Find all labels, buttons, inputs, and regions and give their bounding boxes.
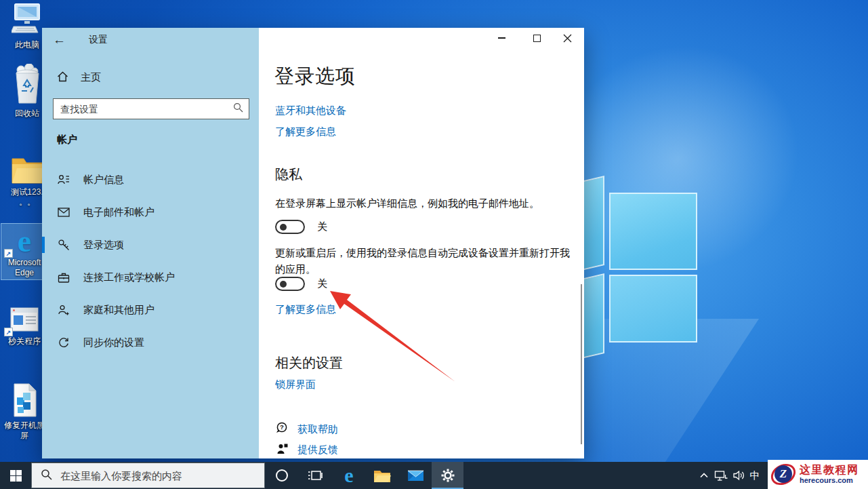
edge-icon: e xyxy=(18,225,31,258)
toggle-knob xyxy=(280,281,287,288)
watermark-logo-icon: Z xyxy=(770,462,798,488)
desktop-icon-fix-boot-black-screen[interactable]: 修复开机黑屏 xyxy=(1,374,47,441)
feedback-row[interactable]: 提供反馈 xyxy=(276,443,338,457)
sidebar-item-account-info[interactable]: 帐户信息 xyxy=(42,165,259,195)
home-icon xyxy=(57,71,68,84)
back-button[interactable]: ← xyxy=(53,33,66,47)
get-help-link[interactable]: 获取帮助 xyxy=(297,423,338,436)
edge-icon: e xyxy=(344,465,353,486)
close-icon xyxy=(563,34,572,43)
help-bubble-icon: ? xyxy=(275,422,288,437)
desktop-icon-microsoft-edge[interactable]: e ↗ Microsoft Edge xyxy=(1,224,47,279)
app-window-icon xyxy=(9,307,39,336)
chevron-up-icon xyxy=(699,472,709,479)
settings-content: 登录选项 蓝牙和其他设备 了解更多信息 隐私 在登录屏幕上显示帐户详细信息，例如… xyxy=(259,28,584,458)
scrollbar-thumb[interactable] xyxy=(581,284,582,444)
network-icon xyxy=(714,470,728,482)
taskbar-settings-button-active[interactable] xyxy=(432,462,463,489)
tray-network[interactable] xyxy=(711,462,730,489)
privacy-setting1-text: 在登录屏幕上显示帐户详细信息，例如我的电子邮件地址。 xyxy=(275,195,577,212)
feedback-link[interactable]: 提供反馈 xyxy=(297,444,338,456)
watermark-site-name: 这里教程网 xyxy=(800,464,859,476)
auto-finish-setup-toggle[interactable] xyxy=(275,277,305,291)
get-help-row[interactable]: ? 获取帮助 xyxy=(275,422,338,437)
folder-icon xyxy=(10,155,44,187)
privacy-heading: 隐私 xyxy=(275,165,302,184)
sidebar-home-label: 主页 xyxy=(81,71,101,84)
mail-icon xyxy=(407,469,424,482)
cortana-icon xyxy=(276,469,288,482)
sidebar-section-heading: 帐户 xyxy=(57,134,77,146)
sidebar-item-sync-settings[interactable]: 同步你的设置 xyxy=(42,328,259,357)
person-add-icon xyxy=(57,304,70,316)
maximize-icon xyxy=(533,35,541,42)
learn-more-link-top[interactable]: 了解更多信息 xyxy=(275,125,336,138)
settings-sidebar: ← 设置 主页 帐户 帐户信 xyxy=(42,28,259,458)
sidebar-item-label: 同步你的设置 xyxy=(83,336,144,349)
desktop-icon-label: 秒关程序 xyxy=(1,336,47,347)
windows-logo-pane-bottom-right xyxy=(609,275,697,343)
minimize-button[interactable] xyxy=(487,28,517,48)
windows-start-icon xyxy=(10,470,22,482)
desktop-icon-label-line2: Edge xyxy=(1,268,47,278)
sidebar-item-label: 帐户信息 xyxy=(83,174,124,187)
sidebar-item-home[interactable]: 主页 xyxy=(57,66,101,89)
sidebar-item-email-accounts[interactable]: 电子邮件和帐户 xyxy=(42,197,259,227)
sidebar-item-label: 连接工作或学校帐户 xyxy=(83,271,175,284)
taskbar-search-input[interactable] xyxy=(60,470,264,482)
toggle-knob xyxy=(280,224,287,231)
privacy-setting2-text: 更新或重启后，使用我的登录信息自动完成设备设置并重新打开我的应用。 xyxy=(275,245,571,277)
svg-text:?: ? xyxy=(280,423,284,431)
desktop-icon-label: Microsoft xyxy=(1,258,47,268)
watermark-site-url: herecours.com xyxy=(800,476,859,485)
show-account-details-toggle[interactable] xyxy=(275,220,305,234)
this-pc-icon xyxy=(12,2,43,40)
taskbar: e 中 xyxy=(0,462,868,489)
search-icon xyxy=(233,102,243,115)
windows-logo-pane-top-right xyxy=(609,193,697,270)
start-button[interactable] xyxy=(0,462,31,489)
watermark: Z 这里教程网 herecours.com xyxy=(768,460,868,489)
sidebar-item-family-other-users[interactable]: 家庭和其他用户 xyxy=(42,295,259,325)
lock-screen-link[interactable]: 锁屏界面 xyxy=(275,378,316,391)
sidebar-item-label: 家庭和其他用户 xyxy=(83,304,154,317)
toggle-state-label: 关 xyxy=(317,220,327,233)
cortana-button[interactable] xyxy=(270,462,294,489)
sidebar-item-signin-options[interactable]: 登录选项 xyxy=(42,230,259,260)
shortcut-arrow-icon: ↗ xyxy=(4,249,13,258)
minimize-icon xyxy=(498,37,505,39)
gear-icon xyxy=(440,468,455,483)
tray-ime-indicator[interactable]: 中 xyxy=(746,462,764,489)
sidebar-item-label: 电子邮件和帐户 xyxy=(83,206,154,219)
settings-search-box[interactable] xyxy=(53,98,249,119)
close-button[interactable] xyxy=(552,28,583,48)
screen: 此电脑 回收站 测试123. 。。 xyxy=(0,0,868,489)
page-title: 登录选项 xyxy=(274,63,356,90)
settings-search-input[interactable] xyxy=(60,104,233,115)
sidebar-item-label: 登录选项 xyxy=(83,239,124,252)
related-settings-heading: 相关的设置 xyxy=(275,354,343,372)
window-title: 设置 xyxy=(89,34,108,46)
file-explorer-button[interactable] xyxy=(367,462,398,489)
taskbar-edge-button[interactable]: e xyxy=(333,462,365,489)
key-icon xyxy=(57,239,70,251)
task-view-button[interactable] xyxy=(299,462,331,489)
search-icon xyxy=(41,469,52,483)
tray-volume[interactable] xyxy=(730,462,747,489)
watermark-z-icon: Z xyxy=(774,465,792,483)
desktop-icon-quick-close-program[interactable]: ↗ 秒关程序 xyxy=(1,297,47,347)
toggle-state-label: 关 xyxy=(317,277,327,290)
sidebar-item-work-school-account[interactable]: 连接工作或学校帐户 xyxy=(42,262,259,292)
feedback-person-icon xyxy=(276,443,288,457)
learn-more-link-privacy[interactable]: 了解更多信息 xyxy=(275,303,336,316)
registry-file-icon xyxy=(9,383,39,420)
taskbar-search-box[interactable] xyxy=(31,463,265,488)
tray-show-hidden-icons[interactable] xyxy=(697,462,711,489)
mail-button[interactable] xyxy=(400,462,431,489)
account-info-icon xyxy=(57,174,70,186)
settings-window: ← 设置 主页 帐户 帐户信 xyxy=(42,28,584,458)
desktop-icon-label: 修复开机黑屏 xyxy=(1,420,47,441)
briefcase-icon xyxy=(57,272,70,283)
maximize-button[interactable] xyxy=(522,28,552,48)
bluetooth-devices-link[interactable]: 蓝牙和其他设备 xyxy=(275,104,346,117)
